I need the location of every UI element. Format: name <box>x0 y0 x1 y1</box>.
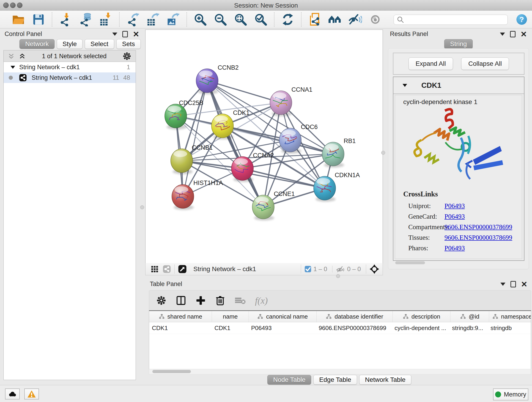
collapse-all-button[interactable]: Collapse All <box>461 57 509 70</box>
tab-node-table[interactable]: Node Table <box>267 375 311 385</box>
network-edge[interactable] <box>207 81 263 207</box>
import-database-icon[interactable] <box>79 12 93 27</box>
protein-caret-icon[interactable] <box>403 84 407 87</box>
search-input[interactable] <box>406 16 505 24</box>
network-edge[interactable] <box>183 81 207 196</box>
table-cell[interactable]: CDK1 <box>212 322 248 334</box>
network-node-HIST1H1A[interactable]: HIST1H1A <box>172 179 223 210</box>
tab-select[interactable]: Select <box>85 39 114 49</box>
birdseye-grid-icon[interactable] <box>151 265 159 273</box>
network-collection-label: String Network – cdk1 <box>19 64 123 71</box>
zoom-fit-icon[interactable] <box>234 12 248 27</box>
table-cell[interactable]: 9606.ENSP00000378699 <box>316 322 392 334</box>
network-edge[interactable] <box>207 81 281 103</box>
delete-table-icon <box>234 296 246 305</box>
warnings-button[interactable] <box>24 389 39 400</box>
network-node-CDKN1A[interactable]: CDKN1A <box>314 172 360 202</box>
zoom-out-icon[interactable] <box>213 12 228 27</box>
refresh-icon[interactable] <box>281 12 295 27</box>
add-column-icon[interactable] <box>196 295 206 306</box>
memory-button[interactable]: Memory <box>493 389 528 400</box>
hide-panels-icon[interactable] <box>348 12 362 27</box>
column-header-name[interactable]: name <box>212 311 249 322</box>
column-header-database-identifier[interactable]: database identifier <box>317 311 393 322</box>
network-overview-icon[interactable] <box>162 265 171 274</box>
import-network-icon[interactable] <box>58 12 73 27</box>
results-panel-float-icon[interactable] <box>510 31 515 37</box>
expand-all-icon[interactable] <box>18 52 26 60</box>
show-columns-icon[interactable] <box>176 295 186 306</box>
column-header-namespace[interactable]: namespace <box>489 311 531 322</box>
open-in-window-icon[interactable] <box>178 264 187 274</box>
control-panel-menu-icon[interactable] <box>112 32 117 36</box>
tab-sets[interactable]: Sets <box>116 39 141 49</box>
table-scrollbar-thumb[interactable] <box>152 370 191 373</box>
tree-caret-icon[interactable] <box>11 66 15 69</box>
table-settings-gear-icon[interactable] <box>156 295 167 306</box>
network-node-RB1[interactable]: RB1 <box>322 138 356 167</box>
table-cell[interactable]: P06493 <box>248 322 316 334</box>
crosslink-link[interactable]: P06493 <box>444 244 465 252</box>
selected-count: 1 – 0 <box>313 266 327 273</box>
control-panel-close-icon[interactable]: ✕ <box>133 32 139 37</box>
crosslink-link[interactable]: P06493 <box>444 202 465 210</box>
network-node-CCNA1[interactable]: CCNA1 <box>270 86 312 116</box>
tab-style[interactable]: Style <box>57 39 82 49</box>
table-panel-menu-icon[interactable] <box>500 283 505 286</box>
expand-all-button[interactable]: Expand All <box>409 57 453 70</box>
table-scrollbar-track[interactable] <box>149 369 531 375</box>
delete-column-trash-icon[interactable] <box>215 295 225 306</box>
node-label-HIST1H1A: HIST1H1A <box>193 179 223 186</box>
table-cell[interactable]: cyclin-dependent ... <box>392 322 449 334</box>
tab-network-table[interactable]: Network Table <box>359 375 411 385</box>
cloud-button[interactable] <box>5 389 20 400</box>
results-panel-menu-icon[interactable] <box>500 32 505 36</box>
table-cell[interactable]: stringdb <box>488 322 531 334</box>
fit-selected-crosshair-icon[interactable] <box>369 264 380 274</box>
annotations-icon[interactable] <box>308 12 322 27</box>
open-session-icon[interactable] <box>11 12 25 27</box>
bottom-splitter-handle[interactable] <box>336 274 340 278</box>
results-scrollbar-thumb[interactable] <box>395 261 425 264</box>
bundled-apps-icon[interactable] <box>328 12 342 27</box>
export-table-icon[interactable] <box>146 12 160 27</box>
export-network-icon[interactable] <box>126 12 140 27</box>
tab-network[interactable]: Network <box>19 39 55 49</box>
save-session-icon[interactable] <box>32 12 46 27</box>
crosslink-link[interactable]: 9606.ENSP00000378699 <box>444 234 512 241</box>
crosslink-link[interactable]: 9606.ENSP00000378699 <box>444 223 512 231</box>
table-cell[interactable]: stringdb:9... <box>449 322 488 334</box>
tab-string[interactable]: String <box>444 39 472 49</box>
zoom-selected-icon[interactable] <box>254 12 268 27</box>
crosslink-row: Tissues:9606.ENSP00000378699 <box>403 232 522 243</box>
table-row[interactable]: CDK1CDK1P064939606.ENSP00000378699cyclin… <box>149 322 531 334</box>
network-canvas[interactable]: CCNB2CCNA1CDC25BCDK1CDC6RB1CCNB1CCNA2CDK… <box>145 30 383 264</box>
protein-header[interactable]: CDK1 <box>393 77 524 94</box>
table-panel-close-icon[interactable]: ✕ <box>521 282 528 287</box>
zoom-in-icon[interactable] <box>193 12 207 27</box>
tab-edge-table[interactable]: Edge Table <box>313 375 357 385</box>
network-row[interactable]: String Network – cdk1 11 48 <box>4 72 136 83</box>
collapse-all-icon[interactable] <box>7 52 15 60</box>
export-image-icon[interactable] <box>166 12 180 27</box>
column-header-@id[interactable]: @id <box>450 311 489 322</box>
toolbar-icon-group <box>8 12 385 27</box>
import-table-icon[interactable] <box>99 12 113 27</box>
right-splitter-handle[interactable] <box>381 151 385 155</box>
column-header-shared-name[interactable]: shared name <box>149 311 212 322</box>
network-collection-row[interactable]: String Network – cdk1 1 <box>4 62 136 72</box>
network-node-CCNE1[interactable]: CCNE1 <box>252 191 295 220</box>
column-header-canonical-name[interactable]: canonical name <box>249 311 317 322</box>
column-header-description[interactable]: description <box>393 311 450 322</box>
search-box[interactable] <box>394 15 508 25</box>
show-panels-icon[interactable] <box>368 12 382 27</box>
selected-checkbox-icon[interactable] <box>304 265 312 273</box>
results-panel-close-icon[interactable]: ✕ <box>520 32 527 37</box>
help-icon[interactable]: ? <box>516 14 527 25</box>
table-panel-float-icon[interactable] <box>510 281 516 287</box>
gear-icon[interactable] <box>122 51 132 61</box>
crosslink-link[interactable]: P06493 <box>444 213 465 220</box>
table-cell[interactable]: CDK1 <box>149 322 212 334</box>
left-splitter-handle[interactable] <box>140 205 144 209</box>
control-panel-float-icon[interactable] <box>122 31 128 37</box>
